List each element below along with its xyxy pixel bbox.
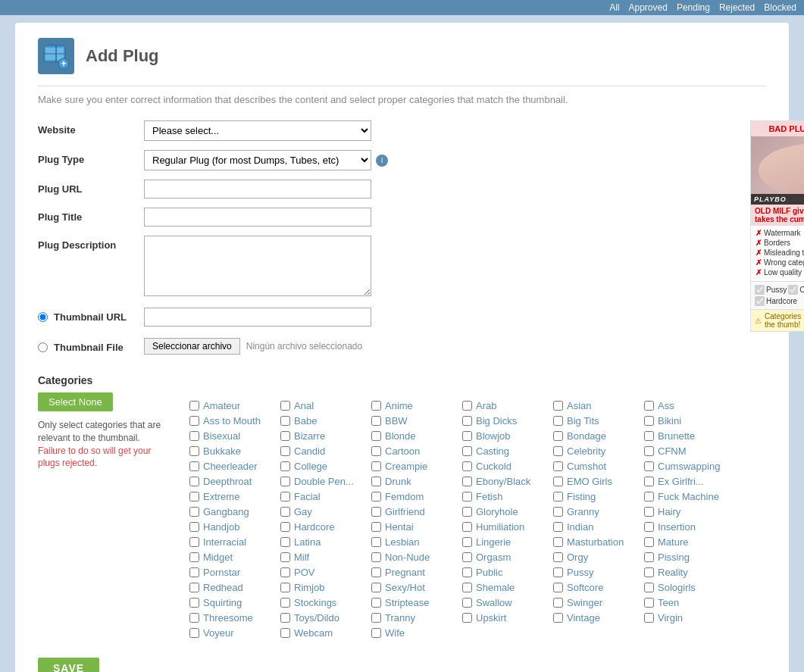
checkbox-ass-to-mouth[interactable] [189,416,199,426]
checkbox-emo-girls[interactable] [553,477,563,486]
category-label-granny[interactable]: Granny [567,506,599,517]
checkbox-pornstar[interactable] [189,567,199,577]
checkbox-redhead[interactable] [189,583,199,592]
category-label-milf[interactable]: Milf [294,552,309,563]
checkbox-orgasm[interactable] [462,552,472,562]
checkbox-mature[interactable] [644,537,654,547]
checkbox-bukkake[interactable] [189,446,199,456]
checkbox-striptease[interactable] [371,598,381,608]
category-label-bondage[interactable]: Bondage [567,430,606,442]
checkbox-lingerie[interactable] [462,537,472,547]
checkbox-celebrity[interactable] [553,446,563,456]
checkbox-reality[interactable] [644,567,654,577]
checkbox-insertion[interactable] [644,522,654,532]
category-label-rimjob[interactable]: Rimjob [294,582,324,593]
category-label-creampie[interactable]: Creampie [385,461,427,472]
info-icon[interactable]: i [376,155,388,167]
nav-all[interactable]: All [609,2,619,13]
checkbox-squirting[interactable] [189,598,199,608]
checkbox-big-dicks[interactable] [462,416,472,426]
category-label-fisting[interactable]: Fisting [567,491,596,502]
checkbox-blonde[interactable] [371,431,381,441]
checkbox-ass[interactable] [644,401,654,411]
checkbox-bondage[interactable] [553,431,563,441]
category-label-brunette[interactable]: Brunette [658,430,695,442]
category-label-insertion[interactable]: Insertion [658,521,696,533]
category-label-pussy[interactable]: Pussy [567,567,593,578]
checkbox-humiliation[interactable] [462,522,472,532]
category-label-handjob[interactable]: Handjob [203,521,239,533]
checkbox-swinger[interactable] [553,598,563,608]
checkbox-non-nude[interactable] [371,552,381,562]
category-label-cheerleader[interactable]: Cheerleader [203,461,258,472]
plug-type-select[interactable]: Regular Plug (for most Dumps, Tubes, etc… [144,150,371,170]
checkbox-voyeur[interactable] [189,628,199,638]
checkbox-hairy[interactable] [644,507,654,517]
category-label-anal[interactable]: Anal [294,400,314,411]
nav-blocked[interactable]: Blocked [764,2,796,13]
checkbox-femdom[interactable] [371,492,381,502]
nav-approved[interactable]: Approved [629,2,668,13]
category-label-midget[interactable]: Midget [203,552,233,563]
category-label-mature[interactable]: Mature [658,536,688,548]
category-label-amateur[interactable]: Amateur [203,400,240,411]
checkbox-facial[interactable] [280,492,290,502]
checkbox-cheerleader[interactable] [189,461,199,471]
checkbox-bizarre[interactable] [280,431,290,441]
nav-pending[interactable]: Pending [677,2,710,13]
category-label-pregnant[interactable]: Pregnant [385,567,425,578]
thumbnail-url-input[interactable] [144,308,371,327]
checkbox-blowjob[interactable] [462,431,472,441]
category-label-cumshot[interactable]: Cumshot [567,461,606,472]
checkbox-drunk[interactable] [371,477,381,486]
category-label-cumswapping[interactable]: Cumswapping [658,461,720,472]
category-label-girlfriend[interactable]: Girlfriend [385,506,425,517]
category-label-masturbation[interactable]: Masturbation [567,536,624,548]
checkbox-pov[interactable] [280,567,290,577]
category-label-asian[interactable]: Asian [567,400,592,411]
checkbox-granny[interactable] [553,507,563,517]
category-label-ass[interactable]: Ass [658,400,674,411]
category-label-stockings[interactable]: Stockings [294,597,336,608]
category-label-bizarre[interactable]: Bizarre [294,430,325,442]
category-label-sologirls[interactable]: Sologirls [658,582,696,593]
checkbox-interracial[interactable] [189,537,199,547]
category-label-anime[interactable]: Anime [385,400,413,411]
category-label-fuck-machine[interactable]: Fuck Machine [658,491,719,502]
checkbox-cuckold[interactable] [462,461,472,471]
checkbox-wife[interactable] [371,628,381,638]
checkbox-masturbation[interactable] [553,537,563,547]
category-label-deepthroat[interactable]: Deepthroat [203,476,252,487]
checkbox-lesbian[interactable] [371,537,381,547]
category-label-femdom[interactable]: Femdom [385,491,424,502]
category-label-teen[interactable]: Teen [658,597,679,608]
category-label-striptease[interactable]: Striptease [385,597,430,608]
category-label-softcore[interactable]: Softcore [567,582,603,593]
checkbox-bisexual[interactable] [189,431,199,441]
checkbox-big-tits[interactable] [553,416,563,426]
category-label-lesbian[interactable]: Lesbian [385,536,420,548]
checkbox-deepthroat[interactable] [189,477,199,486]
category-label-candid[interactable]: Candid [294,445,325,457]
checkbox-extreme[interactable] [189,492,199,502]
checkbox-vintage[interactable] [553,613,563,623]
category-label-big-dicks[interactable]: Big Dicks [476,415,517,427]
checkbox-swallow[interactable] [462,598,472,608]
checkbox-girlfriend[interactable] [371,507,381,517]
category-label-non-nude[interactable]: Non-Nude [385,552,430,563]
checkbox-fisting[interactable] [553,492,563,502]
category-label-bbw[interactable]: BBW [385,415,408,427]
category-label-hairy[interactable]: Hairy [658,506,680,517]
checkbox-gloryhole[interactable] [462,507,472,517]
checkbox-anime[interactable] [371,401,381,411]
category-label-cuckold[interactable]: Cuckold [476,461,511,472]
category-label-interracial[interactable]: Interracial [203,536,246,548]
checkbox-teen[interactable] [644,598,654,608]
plug-url-input[interactable] [144,180,371,198]
checkbox-webcam[interactable] [280,628,290,638]
checkbox-orgy[interactable] [553,552,563,562]
checkbox-stockings[interactable] [280,598,290,608]
checkbox-midget[interactable] [189,552,199,562]
checkbox-cumshot[interactable] [553,461,563,471]
checkbox-sologirls[interactable] [644,583,654,592]
